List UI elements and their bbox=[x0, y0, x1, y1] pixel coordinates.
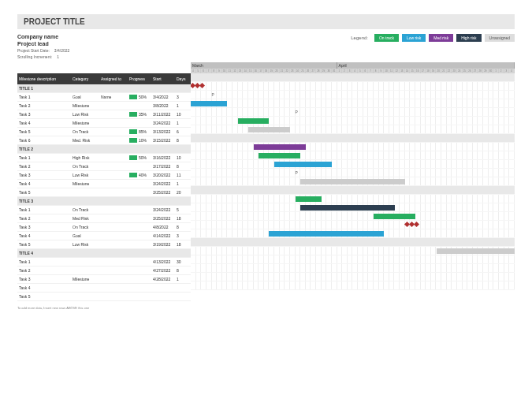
gantt-row: P bbox=[191, 91, 515, 99]
task-category: Milestone bbox=[71, 277, 99, 281]
start-date-label: Project Start Date: bbox=[17, 48, 50, 53]
task-days: 10 bbox=[175, 112, 191, 117]
section-row[interactable]: TITLE 2 bbox=[17, 145, 191, 154]
task-category: Low Risk bbox=[71, 173, 99, 177]
task-row[interactable]: Task 4 bbox=[17, 284, 191, 293]
gantt-row bbox=[191, 281, 515, 290]
meta-block: Company name Project lead Project Start … bbox=[17, 34, 175, 61]
gantt-bar[interactable]: P bbox=[212, 92, 218, 98]
task-progress: 50% bbox=[128, 155, 151, 160]
gantt-row: P bbox=[191, 108, 515, 117]
gantt-row bbox=[191, 151, 515, 160]
task-row[interactable]: Task 1On Track3/24/20225 bbox=[17, 206, 191, 214]
task-desc: Task 5 bbox=[17, 190, 71, 195]
task-row[interactable]: Task 6Med. Risk10%3/15/20228 bbox=[17, 136, 191, 145]
task-start: 3/19/2022 bbox=[151, 242, 175, 247]
task-category: High Risk bbox=[71, 155, 99, 160]
task-desc: Task 3 bbox=[17, 173, 71, 177]
gantt-row bbox=[191, 134, 515, 143]
task-row[interactable]: Task 1High Risk50%3/16/202210 bbox=[17, 154, 191, 162]
task-row[interactable]: Task 2Med Risk3/25/202218 bbox=[17, 214, 191, 223]
task-progress: 40% bbox=[128, 173, 151, 177]
task-row[interactable]: Task 4Goal4/14/20223 bbox=[17, 232, 191, 240]
task-days: 30 bbox=[175, 259, 191, 264]
task-category: Med. Risk bbox=[71, 138, 99, 143]
task-start: 3/24/2022 bbox=[151, 121, 175, 125]
legend-unassigned: Unassigned bbox=[485, 34, 515, 42]
gantt-bar[interactable] bbox=[296, 196, 322, 202]
task-row[interactable]: Task 1GoalName50%3/4/20223 bbox=[17, 93, 191, 102]
gantt-bar[interactable] bbox=[254, 144, 306, 150]
gantt-bar[interactable] bbox=[259, 153, 300, 158]
gantt-row bbox=[191, 125, 515, 134]
task-start: 4/28/2022 bbox=[151, 277, 175, 281]
gantt-row bbox=[191, 247, 515, 255]
section-row[interactable]: TITLE 1 bbox=[17, 84, 191, 93]
col-assigned: Assigned to bbox=[99, 76, 128, 81]
task-progress: 35% bbox=[128, 112, 151, 117]
task-row[interactable]: Task 4Milestone3/24/20221 bbox=[17, 119, 191, 128]
task-row[interactable]: Task 24/27/20228 bbox=[17, 266, 191, 275]
gantt-row bbox=[191, 160, 515, 169]
task-days: 1 bbox=[175, 121, 191, 125]
gantt-row bbox=[191, 73, 515, 82]
col-days: Days bbox=[175, 76, 191, 81]
gantt-bar[interactable]: P bbox=[296, 110, 301, 115]
gantt-bar[interactable] bbox=[300, 179, 405, 184]
gantt-bar[interactable] bbox=[374, 214, 415, 219]
task-row[interactable]: Task 3Milestone4/28/20221 bbox=[17, 275, 191, 284]
task-days: 18 bbox=[175, 242, 191, 247]
month-header: MarchApril bbox=[191, 62, 515, 69]
gantt-bar[interactable] bbox=[269, 231, 384, 237]
task-days: 20 bbox=[175, 190, 191, 195]
section-row[interactable]: TITLE 4 bbox=[17, 249, 191, 258]
task-row[interactable]: Task 53/25/202220 bbox=[17, 188, 191, 197]
gantt-bar[interactable] bbox=[300, 205, 394, 211]
gantt-row bbox=[191, 99, 515, 108]
task-row[interactable]: Task 5On Track85%3/13/20226 bbox=[17, 128, 191, 136]
scroll-value[interactable]: 1 bbox=[57, 54, 59, 59]
section-title: TITLE 3 bbox=[17, 199, 71, 203]
section-row[interactable]: TITLE 3 bbox=[17, 197, 191, 206]
task-row[interactable]: Task 2Milestone3/8/20221 bbox=[17, 102, 191, 110]
task-desc: Task 5 bbox=[17, 242, 71, 247]
task-days: 3 bbox=[175, 233, 191, 238]
task-desc: Task 3 bbox=[17, 225, 71, 229]
gantt-bar[interactable] bbox=[191, 101, 227, 106]
task-category: Low Risk bbox=[71, 112, 99, 117]
gantt-bar[interactable] bbox=[437, 248, 515, 254]
task-row[interactable]: Task 3Low Risk40%3/20/202211 bbox=[17, 171, 191, 180]
task-desc: Task 2 bbox=[17, 103, 71, 108]
diamond-icon bbox=[414, 222, 419, 227]
gantt-chart: MarchApril 45678910111213141516171819202… bbox=[191, 62, 515, 310]
section-title: TITLE 2 bbox=[17, 147, 71, 151]
col-category: Category bbox=[71, 76, 99, 81]
task-days: 8 bbox=[175, 138, 191, 143]
gantt-bar[interactable] bbox=[274, 162, 332, 167]
task-row[interactable]: Task 5Low Risk3/19/202218 bbox=[17, 240, 191, 249]
legend-label: Legend: bbox=[351, 35, 368, 40]
task-row[interactable]: Task 3On Track4/8/20228 bbox=[17, 223, 191, 232]
task-row[interactable]: Task 5 bbox=[17, 293, 191, 301]
task-row[interactable]: Task 4Milestone3/24/20221 bbox=[17, 180, 191, 188]
gantt-bar[interactable] bbox=[238, 118, 270, 124]
gantt-row bbox=[191, 186, 515, 195]
gantt-row bbox=[191, 117, 515, 125]
task-desc: Task 2 bbox=[17, 268, 71, 273]
task-start: 4/27/2022 bbox=[151, 268, 175, 273]
gantt-row bbox=[191, 221, 515, 229]
gantt-bar[interactable]: P bbox=[296, 170, 301, 176]
task-row[interactable]: Task 2On Track3/17/20228 bbox=[17, 162, 191, 171]
task-row[interactable]: Task 3Low Risk35%3/11/202210 bbox=[17, 110, 191, 119]
task-start: 3/8/2022 bbox=[151, 103, 175, 108]
legend: Legend: On track Low risk Med risk High … bbox=[351, 34, 515, 42]
gantt-bar[interactable] bbox=[405, 222, 421, 228]
task-row[interactable]: Task 14/13/202230 bbox=[17, 258, 191, 266]
task-start: 3/25/2022 bbox=[151, 216, 175, 221]
gantt-bar[interactable] bbox=[248, 127, 290, 132]
month-cell: April bbox=[337, 62, 515, 69]
task-start: 3/17/2022 bbox=[151, 164, 175, 169]
task-start: 3/15/2022 bbox=[151, 138, 175, 143]
gantt-bar[interactable] bbox=[191, 84, 206, 89]
task-start: 3/11/2022 bbox=[151, 112, 175, 117]
